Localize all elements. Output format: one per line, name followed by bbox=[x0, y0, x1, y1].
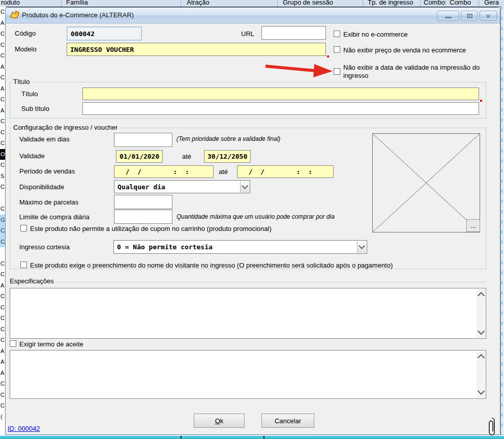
limite-note: Quantidade máxima que um usuário pode co… bbox=[176, 213, 335, 220]
scrollbar[interactable] bbox=[477, 351, 485, 398]
titulo-field[interactable] bbox=[82, 87, 479, 100]
bg-column-separator bbox=[363, 0, 363, 7]
group-titulo-legend: Título bbox=[11, 78, 32, 85]
limite-label: Limiite de compra diária bbox=[19, 213, 90, 221]
checkbox-box[interactable] bbox=[20, 261, 27, 268]
validade-ate-field[interactable]: 30/12/2050 bbox=[204, 150, 251, 163]
validade-ate-value: 30/12/2050 bbox=[207, 153, 247, 160]
bg-grid-row-fragment: A bbox=[0, 346, 5, 357]
bg-grid-row-fragment: C bbox=[0, 390, 5, 401]
bg-column-header: Combo bbox=[450, 0, 471, 6]
periodo-ate-value: / / : : bbox=[241, 168, 312, 175]
maximize-button[interactable] bbox=[461, 11, 478, 21]
termo-textarea[interactable] bbox=[10, 350, 486, 399]
scroll-down-icon[interactable] bbox=[478, 388, 485, 395]
background-bottom-sliver bbox=[0, 435, 504, 439]
periodo-de-field[interactable]: / / : : bbox=[114, 165, 214, 178]
checkbox-label: Este produto não permite a utilização de… bbox=[30, 225, 272, 232]
codigo-field[interactable]: 000042 bbox=[67, 26, 142, 41]
scroll-up-icon[interactable] bbox=[478, 354, 485, 361]
validade-dias-field[interactable] bbox=[114, 133, 172, 147]
especificacoes-textarea[interactable] bbox=[10, 288, 486, 339]
maximize-icon bbox=[467, 14, 472, 18]
chevron-down-icon bbox=[359, 243, 365, 249]
checkbox-box[interactable] bbox=[334, 31, 340, 37]
scroll-up-icon[interactable] bbox=[478, 292, 485, 299]
checkbox-nome-visitante[interactable]: Este produto exige o preenchimento do no… bbox=[20, 261, 393, 269]
window-title: Produtos do e-Commerce (ALTERAR) bbox=[22, 11, 134, 19]
bg-grid-row-fragment: GF bbox=[0, 215, 5, 226]
dialog-produtos-ecommerce: Produtos do e-Commerce (ALTERAR) × Códig… bbox=[5, 7, 500, 435]
disponibilidade-select[interactable]: Qualquer dia bbox=[114, 180, 250, 193]
bg-grid-row-fragment bbox=[0, 247, 5, 258]
disponibilidade-label: Disponibilidade bbox=[19, 183, 64, 191]
checkbox-exigir-termo[interactable]: Exigir termo de aceite bbox=[10, 340, 83, 348]
dropdown-button[interactable] bbox=[357, 241, 366, 253]
checkbox-box[interactable] bbox=[334, 46, 340, 53]
bg-grid-row-fragment: C bbox=[0, 269, 5, 280]
url-field[interactable] bbox=[261, 26, 326, 40]
periodo-ate-field[interactable]: / / : : bbox=[237, 165, 334, 178]
bg-grid-row-fragment: C bbox=[0, 258, 5, 270]
bg-grid-row-fragment: C bbox=[0, 182, 5, 193]
bg-grid-row-fragment: C bbox=[0, 138, 5, 149]
bg-column-header: Tp. de ingresso bbox=[368, 0, 413, 6]
bg-grid-row-fragment: C bbox=[0, 28, 5, 40]
modelo-field[interactable]: INGRESSO VOUCHER bbox=[67, 43, 326, 56]
chevron-down-icon bbox=[242, 183, 248, 189]
scrollbar[interactable] bbox=[477, 289, 485, 338]
validade-de-field[interactable]: 01/01/2020 bbox=[116, 150, 163, 163]
disponibilidade-value: Qualquer dia bbox=[117, 183, 165, 191]
checkbox-cupom[interactable]: Este produto não permite a utilização de… bbox=[20, 225, 272, 232]
checkbox-exibir-ecommerce[interactable]: Exibir no e-commerce bbox=[334, 31, 407, 38]
dropdown-button[interactable] bbox=[240, 181, 249, 192]
cortesia-select[interactable]: 0 = Não permite cortesia bbox=[113, 240, 367, 254]
bg-grid-row-fragment: C bbox=[0, 7, 5, 18]
background-table-header: rodutoFamíliaAtraçãoGrupo de sessãoTp. d… bbox=[0, 0, 504, 7]
bottom-tick bbox=[263, 436, 264, 438]
minimize-icon bbox=[445, 17, 452, 18]
checkbox-label: Não exibir preço de venda no ecommerce bbox=[343, 46, 466, 54]
close-icon: × bbox=[486, 12, 491, 20]
screen: rodutoFamíliaAtraçãoGrupo de sessãoTp. d… bbox=[0, 0, 504, 439]
checkbox-label: Exigir termo de aceite bbox=[19, 340, 83, 348]
bg-grid-row-fragment: A bbox=[0, 368, 5, 379]
checkbox-box[interactable] bbox=[334, 68, 340, 75]
parcelas-field[interactable] bbox=[114, 195, 172, 209]
limite-field[interactable] bbox=[114, 210, 172, 224]
title-bar[interactable]: Produtos do e-Commerce (ALTERAR) × bbox=[6, 8, 500, 23]
checkbox-nao-exibir-data-validade[interactable]: Não exibir a data de validade na impress… bbox=[334, 64, 497, 80]
validade-label: Validade bbox=[19, 152, 45, 160]
bg-column-header: Gera bbox=[484, 0, 499, 6]
bg-grid-row-fragment: C bbox=[0, 94, 5, 105]
bg-grid-row-fragment: C bbox=[0, 302, 5, 313]
checkbox-nao-exibir-preco[interactable]: Não exibir preço de venda no ecommerce bbox=[334, 46, 466, 54]
periodo-de-value: / / : : bbox=[117, 168, 189, 175]
app-fox-icon bbox=[10, 10, 20, 19]
validade-dias-label: Validade em dias bbox=[19, 135, 70, 143]
bg-column-header: roduto bbox=[1, 0, 20, 6]
checkbox-box[interactable] bbox=[10, 340, 16, 347]
bg-grid-row-fragment: C bbox=[0, 50, 5, 62]
background-right-sliver bbox=[500, 7, 504, 439]
bg-grid-row-fragment: S bbox=[0, 171, 5, 182]
subtitulo-field[interactable] bbox=[82, 102, 479, 115]
codigo-value: 000042 bbox=[71, 30, 95, 38]
especificacoes-header: Especificações bbox=[10, 277, 486, 285]
periodo-label: Período de vendas bbox=[19, 167, 75, 175]
url-label: URL bbox=[241, 30, 254, 38]
bg-grid-row-fragment bbox=[0, 193, 5, 204]
ok-button[interactable]: Ok bbox=[194, 414, 245, 428]
paperclip-icon[interactable] bbox=[487, 417, 497, 437]
bg-grid-row-fragment: C bbox=[0, 203, 5, 215]
bg-column-header: Grupo de sessão bbox=[283, 0, 333, 6]
required-marker bbox=[480, 100, 482, 102]
cancel-button[interactable]: Cancelar bbox=[261, 414, 314, 428]
minimize-button[interactable] bbox=[437, 11, 459, 21]
ok-accelerator: O bbox=[215, 417, 220, 425]
scroll-down-icon[interactable] bbox=[478, 328, 485, 335]
close-button[interactable]: × bbox=[480, 11, 497, 21]
checkbox-box[interactable] bbox=[20, 225, 27, 231]
id-link[interactable]: ID: 000042 bbox=[8, 425, 40, 432]
browse-image-button[interactable]: ... bbox=[466, 219, 480, 232]
